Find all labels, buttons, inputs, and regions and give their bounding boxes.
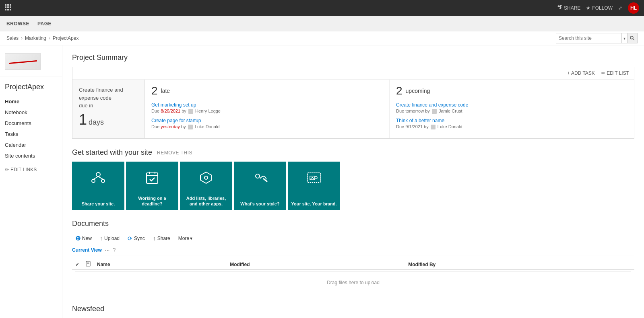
brand-card-icon (306, 170, 322, 189)
card-deadline[interactable]: Working on a deadline? (126, 162, 178, 210)
sidebar-item-tasks[interactable]: Tasks (0, 129, 62, 140)
add-task-button[interactable]: + ADD TASK (567, 70, 595, 76)
current-view-link[interactable]: Current View (72, 247, 102, 253)
search-dropdown[interactable]: ▾ (621, 33, 627, 43)
site-contents-label: Site contents (5, 153, 35, 159)
view-options-button[interactable]: ··· (105, 247, 110, 253)
svg-rect-8 (10, 9, 11, 10)
page-tab[interactable]: PAGE (37, 21, 52, 27)
user-icon-1 (188, 109, 193, 114)
follow-icon: ★ (586, 5, 590, 11)
share-button[interactable]: SHARE (557, 5, 580, 11)
card-lists[interactable]: Add lists, libraries, and other apps. (180, 162, 232, 210)
upcoming-task-2-title[interactable]: Think of a better name (396, 118, 627, 123)
breadcrumb-row: Sales › Marketing › ProjectApex ▾ (0, 31, 644, 45)
upload-button[interactable]: ↑ Upload (97, 234, 123, 243)
svg-point-9 (630, 36, 633, 39)
search-box: ▾ (556, 33, 638, 43)
sidebar-item-site-contents[interactable]: Site contents (0, 150, 62, 161)
late-task-1-user: Henry Legge (195, 109, 221, 113)
sync-label: Sync (134, 236, 145, 241)
newsfeed-title: Newsfeed (72, 305, 634, 313)
late-task-2-user: Luke Donald (195, 124, 220, 129)
top-bar-right: SHARE ★ FOLLOW ⤢ HL (557, 2, 639, 14)
late-task-1-title[interactable]: Get marketing set up (151, 102, 383, 108)
svg-point-25 (315, 176, 317, 179)
highlight-task-title: Create finance and expense code (79, 86, 138, 102)
highlight-due-label: due in (79, 102, 138, 110)
svg-rect-5 (10, 6, 11, 8)
upcoming-task-2-user: Luke Donald (438, 124, 462, 129)
current-view-bar: Current View ··· ? (72, 247, 634, 256)
col-modified[interactable]: Modified (227, 259, 405, 270)
check-icon[interactable]: ✓ (75, 262, 79, 267)
user-avatar[interactable]: HL (628, 2, 639, 14)
col-modified-by[interactable]: Modified By (405, 259, 634, 270)
card-style[interactable]: What's your style? (234, 162, 286, 210)
breadcrumb-sep-1: › (21, 35, 23, 41)
search-button[interactable] (627, 33, 637, 43)
search-input[interactable] (556, 35, 621, 42)
sync-icon: ⟳ (128, 235, 132, 242)
svg-rect-16 (147, 173, 158, 183)
late-label: late (161, 88, 170, 94)
late-task-2-date[interactable]: yesterday (161, 124, 180, 129)
page-content: Project Summary + ADD TASK ✏ EDIT LIST C… (62, 45, 644, 318)
card-lists-label: Add lists, libraries, and other apps. (183, 195, 229, 207)
get-started-header: Get started with your site REMOVE THIS (72, 148, 634, 157)
card-share-label: Share your site. (82, 201, 115, 207)
svg-line-14 (93, 176, 98, 179)
upcoming-task-1: Create finance and expense code Due tomo… (396, 102, 627, 114)
style-card-icon (252, 170, 268, 189)
svg-rect-23 (308, 173, 320, 183)
follow-button[interactable]: ★ FOLLOW (586, 5, 613, 11)
focus-icon: ⤢ (618, 5, 622, 11)
svg-point-11 (96, 172, 100, 176)
col-name[interactable]: Name (94, 259, 227, 270)
upcoming-task-1-title[interactable]: Create finance and expense code (396, 102, 627, 108)
pencil-icon: ✏ (5, 167, 9, 172)
share-icon (557, 5, 562, 11)
share-label: SHARE (564, 5, 580, 11)
upcoming-task-2-meta: Due 9/1/2021 by Luke Donald (396, 124, 627, 129)
svg-point-21 (256, 174, 260, 178)
user-icon-4 (431, 125, 436, 129)
breadcrumb-sales[interactable]: Sales (6, 35, 19, 41)
sidebar-item-calendar[interactable]: Calendar (0, 140, 62, 150)
sidebar-item-notebook[interactable]: Notebook (0, 107, 62, 118)
view-columns-button[interactable]: ? (113, 247, 116, 253)
edit-links-button[interactable]: ✏ EDIT LINKS (0, 164, 62, 175)
get-started-title: Get started with your site (72, 148, 152, 157)
site-logo-image (5, 53, 41, 70)
sidebar-item-home[interactable]: Home (0, 96, 62, 107)
doc-share-icon: ↑ (153, 235, 156, 242)
card-brand[interactable]: Your site. Your brand. (288, 162, 340, 210)
focus-button[interactable]: ⤢ (618, 5, 622, 11)
upcoming-col: 2 upcoming Create finance and expense co… (390, 80, 634, 138)
waffle-icon[interactable] (5, 4, 11, 12)
card-share[interactable]: Share your site. (72, 162, 124, 210)
late-task-1-date[interactable]: 8/20/2021 (161, 109, 180, 113)
more-button[interactable]: More ▾ (175, 234, 196, 243)
sidebar: ProjectApex Home Notebook Documents Task… (0, 45, 62, 318)
remove-this-button[interactable]: REMOVE THIS (157, 150, 192, 156)
browse-tab[interactable]: BROWSE (6, 21, 29, 27)
card-style-label: What's your style? (240, 201, 279, 207)
highlight-days-num: 1 (79, 111, 87, 128)
svg-point-13 (101, 179, 105, 183)
doc-share-button[interactable]: ↑ Share (150, 234, 173, 243)
breadcrumb-projectapex[interactable]: ProjectApex (53, 35, 79, 41)
edit-list-button[interactable]: ✏ EDIT LIST (601, 70, 629, 76)
late-task-2-title[interactable]: Create page for startup (151, 118, 383, 123)
new-button[interactable]: ⊕ New (72, 233, 95, 244)
edit-links-label: EDIT LINKS (10, 167, 37, 172)
deadline-card-icon (144, 170, 160, 189)
sync-button[interactable]: ⟳ Sync (124, 234, 148, 243)
top-bar: SHARE ★ FOLLOW ⤢ HL (0, 0, 644, 16)
late-task-2-meta: Due yesterday by Luke Donald (151, 124, 383, 129)
sidebar-item-documents[interactable]: Documents (0, 118, 62, 129)
doc-share-label: Share (157, 236, 170, 241)
breadcrumb-marketing[interactable]: Marketing (25, 35, 46, 41)
main-layout: ProjectApex Home Notebook Documents Task… (0, 45, 644, 318)
documents-table: ✓ Name Modified Modified By (72, 259, 634, 295)
